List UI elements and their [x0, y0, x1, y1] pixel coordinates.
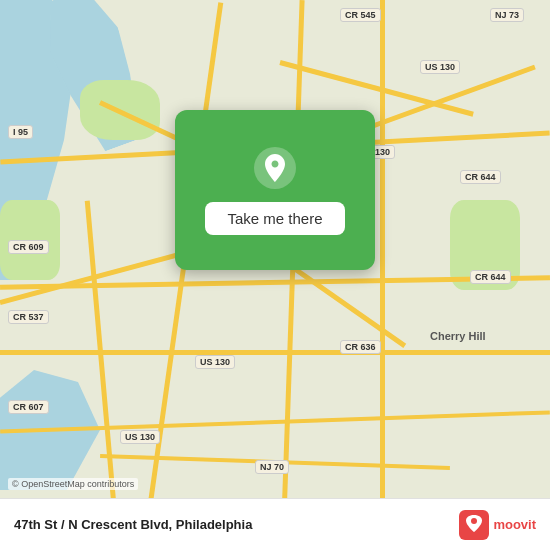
- road-label-cr607: CR 607: [8, 400, 49, 414]
- road-label-us130-right: US 130: [420, 60, 460, 74]
- road-label-us130-mid: US 130: [195, 355, 235, 369]
- road-vertical-3: [380, 0, 385, 550]
- address-label: 47th St / N Crescent Blvd, Philadelphia: [14, 517, 252, 532]
- place-label-cherry-hill: Cherry Hill: [430, 330, 486, 342]
- road-horizontal-3: [0, 350, 550, 355]
- navigation-card: Take me there: [175, 110, 375, 270]
- moovit-text: moovit: [493, 517, 536, 532]
- road-label-cr636: CR 636: [340, 340, 381, 354]
- moovit-icon: [459, 510, 489, 540]
- road-label-nj70: NJ 70: [255, 460, 289, 474]
- location-pin-icon: [253, 146, 297, 190]
- bottom-bar: 47th St / N Crescent Blvd, Philadelphia …: [0, 498, 550, 550]
- road-label-nj73: NJ 73: [490, 8, 524, 22]
- road-label-cr644-top: CR 644: [460, 170, 501, 184]
- road-label-cr545: CR 545: [340, 8, 381, 22]
- moovit-logo: moovit: [459, 510, 536, 540]
- road-label-us130-bottom: US 130: [120, 430, 160, 444]
- road-label-cr537: CR 537: [8, 310, 49, 324]
- map-container: I 95CR 609CR 537CR 607US 130US 130NJ 70N…: [0, 0, 550, 550]
- svg-point-2: [471, 518, 477, 524]
- osm-attribution: © OpenStreetMap contributors: [8, 478, 138, 490]
- road-label-cr644-mid: CR 644: [470, 270, 511, 284]
- road-label-i95: I 95: [8, 125, 33, 139]
- road-label-cr609: CR 609: [8, 240, 49, 254]
- take-me-there-button[interactable]: Take me there: [205, 202, 344, 235]
